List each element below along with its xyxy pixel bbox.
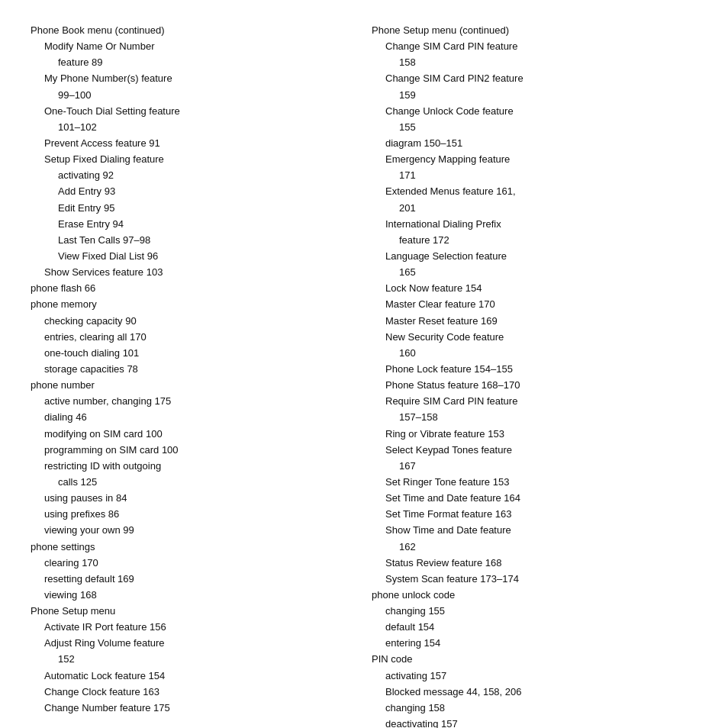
index-entry: Ring or Vibrate feature 153 bbox=[372, 427, 697, 442]
index-entry: storage capacities 78 bbox=[31, 362, 356, 377]
index-entry: viewing 168 bbox=[31, 588, 356, 603]
index-entry: Phone Setup menu bbox=[31, 604, 356, 619]
index-entry: International Dialing Prefix bbox=[372, 217, 697, 232]
index-entry: using pauses in 84 bbox=[31, 491, 356, 506]
index-entry: Show Services feature 103 bbox=[31, 265, 356, 280]
index-entry: 99–100 bbox=[31, 88, 356, 103]
index-entry: System Scan feature 173–174 bbox=[372, 572, 697, 587]
index-entry: Last Ten Calls 97–98 bbox=[31, 233, 356, 248]
column-right: Phone Setup menu (continued)Change SIM C… bbox=[372, 23, 697, 728]
index-entry: Add Entry 93 bbox=[31, 184, 356, 199]
index-entry: Select Keypad Tones feature bbox=[372, 443, 697, 458]
index-entry: programming on SIM card 100 bbox=[31, 443, 356, 458]
index-entry: phone settings bbox=[31, 540, 356, 555]
index-entry: 167 bbox=[372, 459, 697, 474]
index-entry: Setup Fixed Dialing feature bbox=[31, 152, 356, 167]
index-entry: phone flash 66 bbox=[31, 281, 356, 296]
index-entry: Modify Name Or Number bbox=[31, 39, 356, 54]
index-entry: Status Review feature 168 bbox=[372, 556, 697, 571]
index-entry: Change SIM Card PIN feature bbox=[372, 39, 697, 54]
index-entry: Set Time and Date feature 164 bbox=[372, 491, 697, 506]
index-entry: 165 bbox=[372, 265, 697, 280]
index-entry: One-Touch Dial Setting feature bbox=[31, 104, 356, 119]
index-entry: changing 155 bbox=[372, 604, 697, 619]
index-entry: View Fixed Dial List 96 bbox=[31, 249, 356, 264]
index-entry: My Phone Number(s) feature bbox=[31, 71, 356, 86]
index-entry: activating 92 bbox=[31, 168, 356, 183]
index-entry: 155 bbox=[372, 120, 697, 135]
index-entry: one-touch dialing 101 bbox=[31, 346, 356, 361]
index-entry: Master Reset feature 169 bbox=[372, 314, 697, 329]
index-entry: Emergency Mapping feature bbox=[372, 152, 697, 167]
column-left: Phone Book menu (continued)Modify Name O… bbox=[31, 23, 356, 728]
index-entry: activating 157 bbox=[372, 668, 697, 684]
index-entry: Change Clock feature 163 bbox=[31, 685, 356, 700]
index-entry: Change Number feature 175 bbox=[31, 701, 356, 716]
index-entry: PIN code bbox=[372, 652, 697, 667]
index-entry: Phone Setup menu (continued) bbox=[372, 23, 697, 38]
index-entry: 152 bbox=[31, 652, 356, 667]
index-entry: Show Time and Date feature bbox=[372, 523, 697, 538]
index-entry: 160 bbox=[372, 346, 697, 361]
index-entry: phone unlock code bbox=[372, 588, 697, 603]
index-entry: changing 158 bbox=[372, 701, 697, 716]
index-entry: Prevent Access feature 91 bbox=[31, 136, 356, 151]
index-entry: Automatic Lock feature 154 bbox=[31, 668, 356, 684]
index-entry: Phone Status feature 168–170 bbox=[372, 378, 697, 393]
index-entry: phone memory bbox=[31, 297, 356, 312]
index-entry: dialing 46 bbox=[31, 410, 356, 425]
index-entry: active number, changing 175 bbox=[31, 394, 356, 409]
index-entry: Blocked message 44, 158, 206 bbox=[372, 685, 697, 700]
index-entry: default 154 bbox=[372, 620, 697, 635]
index-entry: 101–102 bbox=[31, 120, 356, 135]
index-entry: entries, clearing all 170 bbox=[31, 330, 356, 345]
index-entry: 157–158 bbox=[372, 410, 697, 425]
index-entry: 159 bbox=[372, 88, 697, 103]
index-entry: resetting default 169 bbox=[31, 572, 356, 587]
index-entry: Adjust Ring Volume feature bbox=[31, 636, 356, 651]
index-entry: entering 154 bbox=[372, 636, 697, 651]
index-entry: Phone Book menu (continued) bbox=[31, 23, 356, 38]
index-entry: 158 bbox=[372, 55, 697, 70]
index-entry: viewing your own 99 bbox=[31, 523, 356, 538]
index-entry: Phone Lock feature 154–155 bbox=[372, 362, 697, 377]
index-entry: Require SIM Card PIN feature bbox=[372, 394, 697, 409]
index-entry: Master Clear feature 170 bbox=[372, 297, 697, 312]
index-entry: diagram 150–151 bbox=[372, 136, 697, 151]
index-entry: Language Selection feature bbox=[372, 249, 697, 264]
index-entry: Set Ringer Tone feature 153 bbox=[372, 475, 697, 490]
index-entry: New Security Code feature bbox=[372, 330, 697, 345]
index-entry: modifying on SIM card 100 bbox=[31, 427, 356, 442]
index-entry: Activate IR Port feature 156 bbox=[31, 620, 356, 635]
index-entry: calls 125 bbox=[31, 475, 356, 490]
index-entry: checking capacity 90 bbox=[31, 314, 356, 329]
index-entry: clearing 170 bbox=[31, 556, 356, 571]
index-entry: Change Unlock Code feature bbox=[372, 104, 697, 119]
index-entry: Change SIM Card PIN2 feature bbox=[372, 71, 697, 86]
index-entry: deactivating 157 bbox=[372, 717, 697, 728]
index-entry: using prefixes 86 bbox=[31, 507, 356, 522]
index-entry: phone number bbox=[31, 378, 356, 393]
index-entry: Erase Entry 94 bbox=[31, 217, 356, 232]
index-entry: 162 bbox=[372, 540, 697, 555]
index-entry: 201 bbox=[372, 201, 697, 216]
index-entry: 171 bbox=[372, 168, 697, 183]
index-entry: Extended Menus feature 161, bbox=[372, 184, 697, 199]
index-entry: restricting ID with outgoing bbox=[31, 459, 356, 474]
index-entry: feature 89 bbox=[31, 55, 356, 70]
index-entry: feature 172 bbox=[372, 233, 697, 248]
index-entry: Set Time Format feature 163 bbox=[372, 507, 697, 522]
index-entry: Lock Now feature 154 bbox=[372, 281, 697, 296]
page-content: Phone Book menu (continued)Modify Name O… bbox=[31, 23, 697, 728]
index-entry: Edit Entry 95 bbox=[31, 201, 356, 216]
